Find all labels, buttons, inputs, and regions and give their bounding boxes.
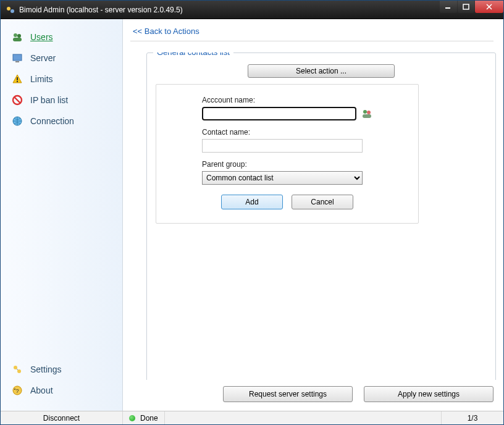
sidebar-item-label: IP ban list	[30, 95, 68, 105]
account-name-input[interactable]	[202, 107, 356, 120]
back-row: << Back to Actions	[123, 19, 503, 41]
about-icon: ?	[12, 385, 23, 396]
maximize-button[interactable]	[458, 1, 474, 13]
svg-rect-20	[363, 114, 371, 118]
ban-icon	[12, 95, 23, 106]
sidebar-item-limits[interactable]: Limits	[1, 69, 122, 90]
request-settings-button[interactable]: Request server settings	[223, 386, 353, 402]
status-indicator-icon	[129, 415, 135, 421]
sidebar-item-label: Settings	[30, 364, 62, 374]
cancel-button[interactable]: Cancel	[292, 195, 353, 209]
window-controls	[439, 1, 503, 13]
add-button[interactable]: Add	[221, 195, 283, 209]
window-title: Bimoid Admin (localhost - server version…	[19, 6, 439, 14]
statusbar: Disconnect Done 1/3	[1, 411, 503, 424]
sidebar-item-label: Users	[30, 32, 53, 42]
sidebar: Users Server Limits IP ban list Connecti…	[1, 19, 123, 411]
bottom-button-row: Request server settings Apply new settin…	[123, 380, 503, 411]
page-counter: 1/3	[442, 411, 503, 424]
content-area: General contacts list Select action ... …	[123, 53, 503, 380]
users-icon	[12, 32, 23, 43]
svg-rect-9	[17, 77, 18, 80]
parent-group-label: Parent group:	[202, 160, 372, 169]
svg-point-4	[14, 33, 17, 37]
sidebar-item-label: Connection	[30, 116, 74, 126]
app-window: Bimoid Admin (localhost - server version…	[0, 0, 504, 425]
status-spacer	[165, 411, 442, 424]
svg-rect-10	[17, 81, 18, 82]
settings-icon	[12, 364, 23, 375]
sidebar-item-users[interactable]: Users	[1, 27, 122, 48]
parent-group-select[interactable]: Common contact list	[202, 171, 363, 185]
svg-point-19	[367, 111, 371, 114]
svg-rect-8	[15, 61, 19, 62]
pick-user-icon[interactable]	[361, 109, 372, 119]
back-link[interactable]: << Back to Actions	[133, 27, 200, 36]
svg-rect-3	[463, 4, 469, 9]
fieldset-legend: General contacts list	[153, 53, 233, 57]
account-name-label: Acccount name:	[202, 96, 372, 104]
server-icon	[12, 53, 23, 64]
divider	[130, 41, 494, 41]
sidebar-bottom: Settings ? About	[1, 353, 122, 411]
sidebar-item-label: Server	[30, 53, 56, 63]
app-body: Users Server Limits IP ban list Connecti…	[1, 19, 503, 411]
panel-stack: Acccount name: Contact name:	[156, 84, 487, 288]
titlebar[interactable]: Bimoid Admin (localhost - server version…	[1, 1, 503, 19]
sidebar-item-about[interactable]: ? About	[1, 380, 122, 401]
sidebar-item-ipban[interactable]: IP ban list	[1, 90, 122, 111]
add-contact-panel: Acccount name: Contact name:	[156, 84, 419, 224]
sidebar-spacer	[1, 139, 122, 353]
globe-icon	[12, 116, 23, 127]
contact-name-input[interactable]	[202, 139, 363, 153]
contact-name-label: Contact name:	[202, 128, 372, 137]
sidebar-item-settings[interactable]: Settings	[1, 359, 122, 380]
sidebar-top: Users Server Limits IP ban list Connecti…	[1, 19, 122, 139]
svg-point-18	[363, 110, 367, 114]
svg-rect-2	[445, 7, 450, 9]
minimize-button[interactable]	[440, 1, 457, 13]
disconnect-button[interactable]: Disconnect	[1, 411, 123, 424]
sidebar-item-label: Limits	[30, 74, 53, 84]
close-button[interactable]	[475, 1, 503, 13]
svg-rect-6	[13, 38, 22, 41]
sidebar-item-label: About	[30, 385, 53, 395]
main-panel: << Back to Actions General contacts list…	[123, 19, 503, 411]
apply-settings-button[interactable]: Apply new settings	[364, 386, 494, 402]
svg-text:?: ?	[15, 388, 19, 394]
status-text: Done	[140, 414, 158, 423]
status-done: Done	[123, 411, 165, 424]
sidebar-item-connection[interactable]: Connection	[1, 111, 122, 132]
sidebar-item-server[interactable]: Server	[1, 48, 122, 69]
general-contacts-fieldset: General contacts list Select action ... …	[146, 53, 496, 380]
select-action-button[interactable]: Select action ...	[248, 64, 395, 78]
app-icon	[6, 5, 15, 15]
limits-icon	[12, 74, 23, 85]
svg-rect-7	[13, 54, 22, 61]
svg-point-5	[17, 34, 21, 38]
